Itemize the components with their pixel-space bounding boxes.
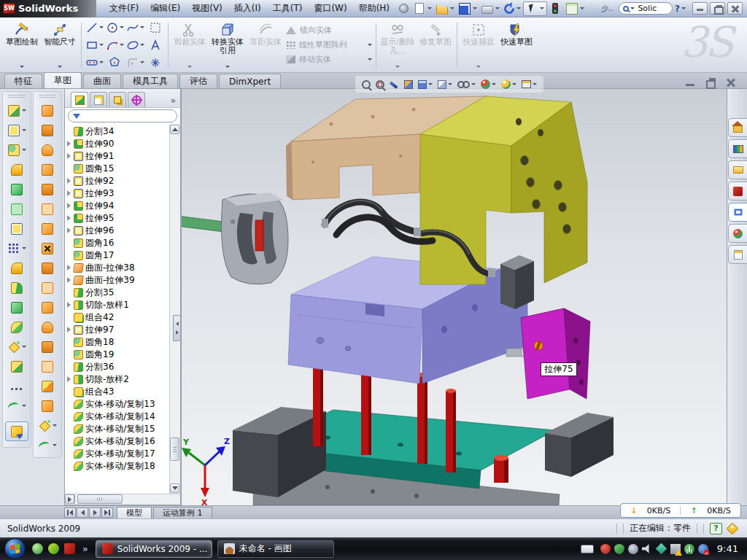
tree-horizontal-scrollbar[interactable] [65, 494, 180, 505]
minimize-button[interactable] [692, 2, 708, 15]
tree-item[interactable]: 拉伸90 [65, 138, 169, 150]
view-palette-tab[interactable] [728, 203, 747, 222]
tree-item[interactable]: 拉伸94 [65, 200, 169, 212]
scrollbar-thumb[interactable] [77, 494, 123, 504]
surface-boundary-icon[interactable] [42, 183, 53, 195]
command-tab[interactable]: DimXpert [219, 74, 281, 88]
expand-icon[interactable] [66, 426, 73, 432]
part-dark-block[interactable] [500, 255, 534, 309]
tree-filter-input[interactable] [68, 109, 177, 122]
panel-splitter-handle[interactable] [173, 315, 180, 341]
linear-pattern-icon[interactable] [8, 242, 26, 254]
blocked-service-icon[interactable] [698, 544, 708, 554]
scroll-right-button[interactable] [65, 494, 74, 504]
rebuild-icon[interactable] [547, 1, 564, 16]
solidworks-launch-icon[interactable] [64, 543, 75, 554]
expand-icon[interactable] [66, 228, 73, 234]
command-tab[interactable]: 特征 [4, 74, 42, 88]
surface-extend-icon[interactable] [42, 341, 53, 353]
toolbar-grip[interactable] [9, 95, 25, 98]
part-small-red-cylinder[interactable] [494, 455, 508, 483]
face-curves-icon[interactable] [42, 400, 53, 412]
scroll-up-button[interactable] [170, 125, 179, 134]
surface-trim-icon[interactable] [42, 321, 53, 333]
tag-icon[interactable] [727, 522, 739, 534]
restore-button[interactable] [710, 2, 725, 15]
quick-launch-overflow-icon[interactable]: » [82, 544, 88, 554]
rapid-sketch-button[interactable]: 快速草图 [498, 19, 535, 71]
expand-icon[interactable] [66, 252, 73, 259]
tree-item[interactable]: 拉伸95 [65, 212, 169, 225]
expand-icon[interactable] [66, 401, 73, 408]
surface-revolve-icon[interactable] [42, 124, 53, 136]
document-tab[interactable]: 运动算例 1 [153, 507, 212, 518]
expand-icon[interactable] [66, 240, 73, 246]
tree-item[interactable]: 圆角15 [65, 163, 169, 175]
tree-item[interactable]: 实体-移动/复制18 [65, 460, 169, 472]
tree-item[interactable]: 实体-移动/复制15 [65, 423, 169, 435]
menu-item[interactable]: 插入(I) [228, 0, 267, 17]
tree-item[interactable]: 实体-移动/复制17 [65, 448, 169, 460]
instant3d-button[interactable] [5, 421, 28, 441]
convert-entities-button[interactable]: 转换实体引用 [209, 19, 247, 71]
extruded-cut-icon[interactable] [8, 124, 26, 136]
expand-icon[interactable] [66, 141, 73, 147]
axis-icon[interactable] [11, 380, 23, 392]
tree-item[interactable]: 分割34 [65, 125, 169, 138]
solidworks-resources-tab[interactable] [728, 118, 747, 137]
tree-item[interactable]: 圆角19 [65, 349, 169, 361]
expand-icon[interactable] [66, 215, 73, 222]
combine-icon[interactable] [11, 301, 23, 314]
expand-icon[interactable] [66, 166, 73, 172]
tree-item[interactable]: 拉伸91 [65, 150, 169, 163]
appearances-tab[interactable] [728, 224, 747, 243]
surface-extrude-icon[interactable] [42, 104, 53, 117]
search-box[interactable]: Solic [619, 2, 673, 15]
volume-icon[interactable] [642, 544, 652, 554]
zoom-fit-icon[interactable] [362, 80, 371, 89]
lofted-boss-icon[interactable] [11, 183, 23, 195]
tree-item[interactable]: 曲面-拉伸38 [65, 262, 169, 274]
expand-icon[interactable] [66, 289, 73, 296]
security-shield-icon[interactable] [614, 544, 624, 554]
tree-item[interactable]: 拉伸97 [65, 324, 169, 336]
view-settings-icon[interactable] [522, 80, 537, 88]
help-button[interactable]: ? [675, 4, 686, 14]
zoom-area-icon[interactable] [376, 80, 384, 89]
tree-item[interactable]: 拉伸93 [65, 187, 169, 200]
expand-icon[interactable] [66, 190, 73, 197]
tree-item[interactable]: 曲面-拉伸39 [65, 274, 169, 287]
command-tab[interactable]: 曲面 [83, 74, 121, 88]
expand-icon[interactable] [66, 339, 73, 346]
scroll-down-button[interactable] [170, 483, 179, 493]
expand-icon[interactable] [66, 413, 73, 420]
expand-icon[interactable] [66, 364, 73, 370]
surface-curve-icon[interactable] [39, 439, 57, 451]
scrollbar-thumb[interactable] [170, 438, 179, 461]
split-feature-icon[interactable] [11, 281, 23, 294]
arc-tool-icon[interactable] [104, 36, 125, 54]
document-tab[interactable]: 模型 [117, 507, 152, 518]
rectangle-tool-icon[interactable] [84, 36, 104, 54]
file-explorer-tab[interactable] [728, 160, 747, 179]
options-icon[interactable] [564, 1, 587, 16]
reference-geometry-icon[interactable] [8, 341, 26, 353]
part-right-rail[interactable] [545, 413, 614, 477]
command-tab[interactable]: 评估 [179, 74, 217, 88]
tree-item[interactable]: 拉伸92 [65, 175, 169, 187]
save-icon[interactable] [457, 1, 479, 16]
featuremanager-tree-tab[interactable] [71, 92, 88, 107]
tree-item[interactable]: 实体-移动/复制14 [65, 411, 169, 423]
dimxpertmanager-tab[interactable] [128, 92, 145, 107]
start-button[interactable] [4, 538, 26, 559]
edit-appearance-icon[interactable] [481, 79, 496, 89]
tree-item[interactable]: 实体-移动/复制13 [65, 398, 169, 411]
fillet-icon[interactable] [8, 144, 26, 156]
marquee-select-icon[interactable] [145, 19, 166, 36]
design-library-tab[interactable] [728, 139, 747, 158]
move-copy-body-icon[interactable] [11, 321, 23, 333]
expand-icon[interactable] [66, 438, 73, 445]
menu-item[interactable]: 工具(T) [267, 0, 309, 17]
taskbar-clock[interactable]: 9:41 [713, 543, 747, 554]
menu-item[interactable]: 帮助(H) [353, 0, 395, 17]
